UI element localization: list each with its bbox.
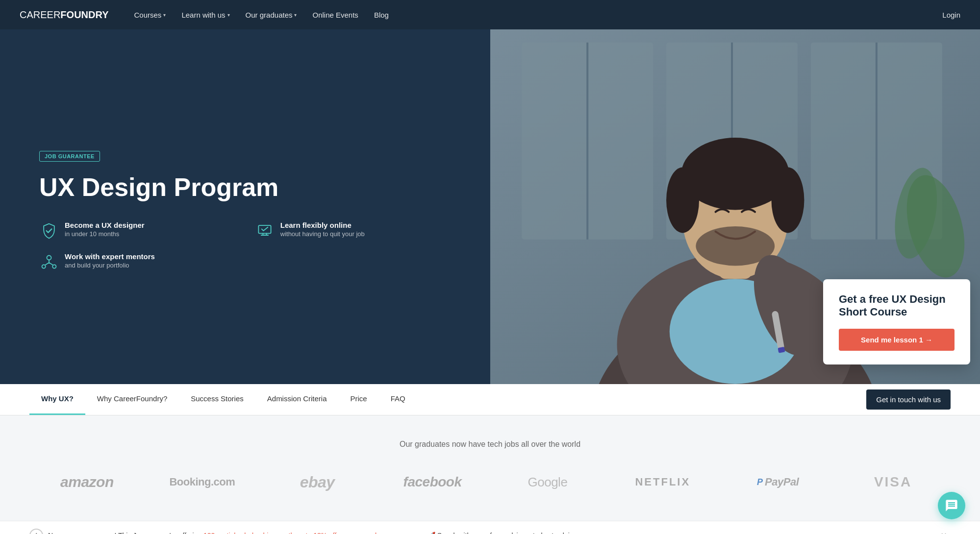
feature-title-1: Learn flexibly online [280,221,365,229]
hero-feature-2: Work with expert mentors and build your … [39,252,245,272]
svg-point-2 [42,265,46,268]
company-logo-ebay: ebay [260,468,375,496]
network-people-icon [39,252,59,272]
info-icon: ℹ [29,529,43,534]
google-logo-text: Google [528,475,568,490]
svg-point-1 [47,256,51,260]
nav-online-events[interactable]: Online Events [306,7,364,23]
chevron-down-icon: ▾ [227,12,230,18]
paypal-logo-text: PayPal [765,476,799,488]
hero-content: JOB GUARANTEE UX Design Program Become a… [0,29,490,384]
hero-feature-1: Learn flexibly online without having to … [255,221,461,241]
feature-subtitle-2: and build your portfolio [65,262,155,269]
get-in-touch-button[interactable]: Get in touch with us [866,389,951,410]
amazon-logo-text: amazon [60,474,114,490]
navbar: CAREERFOUNDRY Courses ▾ Learn with us ▾ … [0,0,980,29]
send-lesson-button[interactable]: Send me lesson 1 → [839,329,955,351]
brand-name-bold: FOUNDRY [60,9,108,20]
svg-point-19 [771,167,804,233]
shield-check-icon [39,221,59,241]
company-logos: amazon Booking.com ebay facebook Google … [29,468,951,496]
svg-point-18 [666,167,699,233]
hero-section: JOB GUARANTEE UX Design Program Become a… [0,29,980,384]
hero-image-area: Get a free UX Design Short Course Send m… [490,29,980,384]
hero-features: Become a UX designer in under 10 months … [39,221,461,272]
feature-title-2: Work with expert mentors [65,252,155,261]
graduates-section: Our graduates now have tech jobs all ove… [0,415,980,521]
company-logo-netflix: NETFLIX [605,471,720,493]
monitor-graduate-icon [255,221,275,241]
chevron-down-icon: ▾ [163,12,166,18]
visa-logo-text: VISA [874,474,912,490]
feature-title-0: Become a UX designer [65,221,145,229]
chevron-down-icon: ▾ [294,12,297,18]
tab-why-careerfoundry[interactable]: Why CareerFoundry? [85,384,179,415]
notification-close-button[interactable]: × [937,528,951,534]
ebay-logo-text: ebay [300,473,335,491]
nav-courses[interactable]: Courses ▾ [128,7,172,23]
company-logo-google: Google [490,470,605,495]
tab-admission-criteria[interactable]: Admission Criteria [255,384,339,415]
tab-faq[interactable]: FAQ [379,384,417,415]
svg-point-3 [52,265,56,268]
free-course-card: Get a free UX Design Short Course Send m… [823,279,970,364]
nav-blog[interactable]: Blog [368,7,395,23]
tab-price[interactable]: Price [338,384,378,415]
job-guarantee-badge: JOB GUARANTEE [39,151,100,162]
netflix-logo-text: NETFLIX [635,476,690,488]
company-logo-booking: Booking.com [145,471,260,493]
nav-learn-with-us[interactable]: Learn with us ▾ [176,7,235,23]
notification-bar: ℹ New year, new career! This January, we… [0,521,980,534]
chat-button[interactable] [938,492,965,519]
feature-text-2: Work with expert mentors and build your … [65,252,155,269]
free-course-title: Get a free UX Design Short Course [839,293,955,319]
login-link[interactable]: Login [942,11,960,19]
notification-prefix: New year, new career! This January, we'r… [48,532,201,534]
feature-text-0: Become a UX designer in under 10 months [65,221,145,238]
company-logo-visa: VISA [835,469,951,495]
hero-feature-0: Become a UX designer in under 10 months [39,221,245,241]
tab-success-stories[interactable]: Success Stories [179,384,255,415]
hero-title: UX Design Program [39,173,461,201]
feature-text-1: Learn flexibly online without having to … [280,221,365,238]
nav-graduates[interactable]: Our graduates ▾ [240,7,303,23]
feature-subtitle-1: without having to quit your job [280,230,365,238]
notification-highlight-link[interactable]: 100 partial scholarships worth up to 18%… [203,532,435,534]
paypal-p-icon: P [757,477,763,487]
brand-name-light: CAREER [20,9,60,20]
tabs-bar: Why UX? Why CareerFoundry? Success Stori… [0,384,980,415]
notification-text: New year, new career! This January, we'r… [48,532,932,534]
tab-why-ux[interactable]: Why UX? [29,384,85,415]
feature-subtitle-0: in under 10 months [65,230,145,238]
company-logo-amazon: amazon [29,469,145,495]
booking-logo-text: Booking.com [169,476,235,488]
facebook-logo-text: facebook [403,474,462,490]
graduates-subtitle: Our graduates now have tech jobs all ove… [29,440,951,449]
brand-logo[interactable]: CAREERFOUNDRY [20,9,109,21]
company-logo-paypal: P PayPal [720,471,835,493]
navbar-links: Courses ▾ Learn with us ▾ Our graduates … [128,7,943,23]
company-logo-facebook: facebook [375,469,490,495]
